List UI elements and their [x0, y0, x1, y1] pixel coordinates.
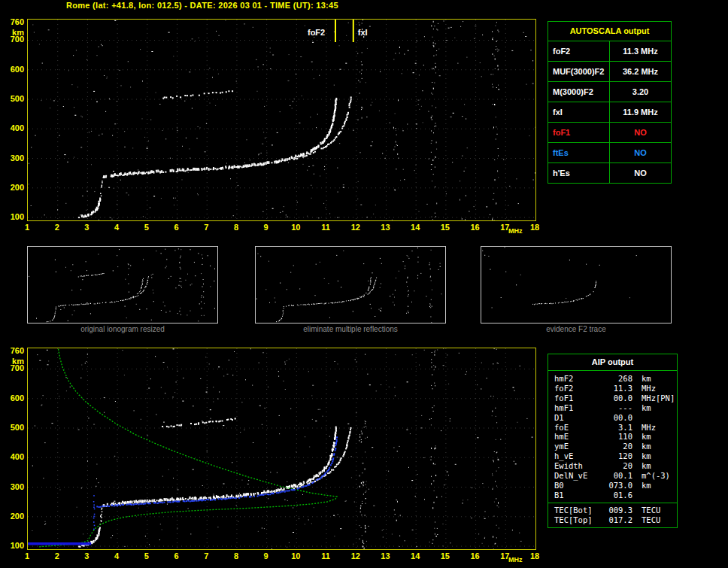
aip-row-unit: m^(-3) — [632, 471, 672, 481]
aip-row-value: 20 — [601, 442, 632, 451]
aip-row-unit: MHz — [632, 393, 656, 403]
aip-row-value: 00.0 — [601, 393, 632, 403]
x-axis-tick-label: 15 — [437, 223, 453, 232]
x-axis-tick-label: 14 — [407, 551, 423, 560]
aip-row: Ewidth20km — [554, 461, 672, 471]
aip-row-note: [PN] — [656, 393, 675, 403]
aip-row-value: 01.6 — [601, 491, 632, 500]
aip-row-label: foF2 — [554, 384, 601, 393]
aip-row-value: 073.0 — [601, 481, 632, 491]
x-axis-tick-label: 7 — [198, 551, 214, 560]
x-axis-tick-label: 8 — [228, 223, 244, 232]
aip-row-unit: km — [632, 461, 672, 471]
thumbnail-eliminate-reflections — [255, 246, 446, 323]
aip-row: B101.6 — [554, 491, 672, 500]
ionogram-restored-canvas — [28, 348, 535, 549]
aip-row-label: foE — [554, 423, 601, 433]
aip-row: foF211.3MHz — [554, 384, 672, 393]
autoscala-row: fxI11.9 MHz — [548, 102, 671, 123]
x-axis-tick-label: 16 — [467, 223, 484, 232]
ionogram-main-canvas — [28, 20, 535, 220]
autoscala-row-label: ftEs — [548, 143, 610, 163]
aip-row-value: 268 — [601, 374, 632, 384]
autoscala-screen: Rome (lat: +41.8, lon: 012.5) - DATE: 20… — [0, 0, 728, 568]
y-axis-tick-label: 760 — [2, 17, 24, 26]
autoscala-row-label: M(3000)F2 — [548, 82, 610, 102]
aip-row: DelN_vE00.1m^(-3) — [554, 471, 672, 481]
autoscala-row-value: NO — [610, 143, 671, 163]
aip-row-label: D1 — [554, 413, 601, 423]
thumbnail-original-ionogram — [27, 246, 218, 323]
aip-row-unit: MHz — [632, 423, 672, 433]
aip-row-unit: km — [632, 403, 672, 413]
autoscala-row-value: NO — [610, 123, 671, 142]
aip-row-value: 009.3 — [601, 506, 632, 515]
autoscala-row: MUF(3000)F236.2 MHz — [548, 62, 671, 82]
autoscala-row-value: 11.3 MHz — [610, 41, 671, 61]
autoscala-row: foF211.3 MHz — [548, 41, 671, 62]
aip-row-unit: TECU — [632, 506, 672, 515]
x-axis-tick-label: 4 — [108, 223, 125, 232]
x-axis-tick-label: 6 — [168, 223, 185, 232]
y-axis-tick-label: 400 — [2, 452, 24, 461]
y-axis-tick-label: 300 — [2, 153, 24, 163]
aip-row: hmE110km — [554, 432, 672, 442]
thumbnail-caption-evidence: evidence F2 trace — [481, 325, 672, 333]
aip-row: hmF1---km — [554, 403, 672, 413]
autoscala-row-label: foF1 — [548, 123, 610, 142]
aip-row-unit: km — [632, 374, 672, 384]
x-axis-tick-label: 1 — [19, 223, 35, 232]
aip-row-value: 00.0 — [601, 413, 632, 423]
autoscala-row: ftEsNO — [548, 143, 671, 163]
x-axis-tick-label: 4 — [108, 551, 125, 560]
y-axis-tick-label: 600 — [2, 393, 24, 402]
x-axis-tick-label: 16 — [467, 551, 484, 560]
y-axis-tick-label: 600 — [2, 65, 24, 74]
aip-row-unit: km — [632, 481, 672, 491]
thumbnail-canvas-1 — [256, 247, 445, 323]
aip-row-unit: MHz — [632, 384, 672, 393]
thumbnail-caption-original: original ionogram resized — [27, 325, 218, 333]
thumbnail-canvas-2 — [481, 247, 671, 323]
x-axis-tick-label: 9 — [258, 223, 275, 232]
y-axis-unit-label: km — [2, 28, 24, 37]
ionogram-main-plot: foF2fxI — [27, 19, 536, 221]
y-axis-tick-label: 200 — [2, 512, 24, 521]
aip-row-label: B0 — [554, 481, 601, 491]
aip-row-label: hmE — [554, 432, 601, 442]
aip-row-value: 11.3 — [601, 384, 632, 393]
y-axis-tick-label: 760 — [2, 346, 24, 355]
y-axis-tick-label: 500 — [2, 94, 24, 103]
aip-row-label: hmF2 — [554, 374, 601, 384]
aip-row-unit: km — [632, 432, 672, 442]
aip-row-unit: km — [632, 442, 672, 451]
x-axis-tick-label: 6 — [168, 551, 185, 560]
fof2-annotation-label: foF2 — [308, 28, 325, 37]
x-axis-tick-label: 3 — [78, 223, 95, 232]
autoscala-row-value: 3.20 — [610, 82, 671, 102]
y-axis-tick-label: 100 — [2, 212, 24, 221]
thumbnail-evidence-f2-trace — [481, 246, 672, 323]
x-axis-tick-label: 11 — [317, 551, 334, 560]
autoscala-row: foF1NO — [548, 123, 671, 143]
x-axis-tick-label: 7 — [198, 223, 214, 232]
y-axis-tick-label: 400 — [2, 123, 24, 132]
ionogram-restored-plot — [27, 348, 536, 550]
aip-row-unit — [632, 491, 672, 500]
autoscala-row-value: NO — [610, 163, 671, 183]
y-axis-tick-label: 500 — [2, 423, 24, 432]
aip-row-value: 00.1 — [601, 471, 632, 481]
x-axis-tick-label: 10 — [287, 551, 304, 560]
x-axis-tick-label: 18 — [526, 551, 543, 560]
autoscala-row-label: fxI — [548, 102, 610, 122]
aip-row: hmF2268km — [554, 374, 672, 384]
aip-row: foF100.0MHz[PN] — [554, 393, 672, 403]
x-axis-tick-label: 11 — [317, 223, 334, 232]
aip-output-table: AIP outputhmF2268kmfoF211.3MHzfoF100.0MH… — [548, 354, 678, 528]
y-axis-tick-label: 300 — [2, 482, 24, 491]
autoscala-row-value: 11.9 MHz — [610, 102, 671, 122]
aip-table-body: hmF2268kmfoF211.3MHzfoF100.0MHz[PN]hmF1-… — [548, 371, 677, 503]
aip-row-unit: km — [632, 451, 672, 461]
aip-row-label: foF1 — [554, 393, 601, 403]
aip-row: TEC[Bot]009.3TECU — [554, 506, 672, 515]
